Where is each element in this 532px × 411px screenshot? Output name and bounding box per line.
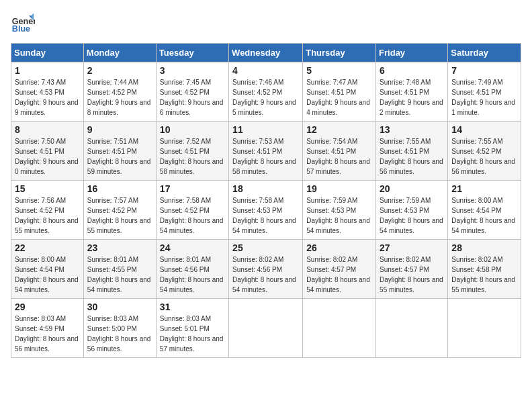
day-info: Sunrise: 7:43 AMSunset: 4:53 PMDaylight:… <box>15 77 80 118</box>
calendar-cell: 7 Sunrise: 7:49 AMSunset: 4:51 PMDayligh… <box>448 62 521 122</box>
calendar-cell <box>376 299 448 358</box>
logo-icon: General Blue <box>11 11 35 35</box>
calendar-cell: 27 Sunrise: 8:02 AMSunset: 4:57 PMDaylig… <box>376 240 448 299</box>
calendar-cell <box>229 299 303 358</box>
calendar-cell: 10 Sunrise: 7:52 AMSunset: 4:51 PMDaylig… <box>156 122 228 181</box>
day-number: 4 <box>232 65 299 76</box>
day-info: Sunrise: 8:00 AMSunset: 4:54 PMDaylight:… <box>15 255 80 295</box>
calendar-cell: 15 Sunrise: 7:56 AMSunset: 4:52 PMDaylig… <box>11 181 84 240</box>
day-number: 18 <box>232 183 299 194</box>
calendar-cell: 12 Sunrise: 7:54 AMSunset: 4:51 PMDaylig… <box>303 122 376 181</box>
day-number: 20 <box>380 183 444 194</box>
calendar-cell: 4 Sunrise: 7:46 AMSunset: 4:52 PMDayligh… <box>229 62 303 122</box>
day-number: 7 <box>451 65 517 76</box>
day-info: Sunrise: 8:00 AMSunset: 4:54 PMDaylight:… <box>451 195 517 236</box>
day-info: Sunrise: 7:54 AMSunset: 4:51 PMDaylight:… <box>306 136 372 177</box>
calendar-cell: 20 Sunrise: 7:59 AMSunset: 4:53 PMDaylig… <box>376 181 448 240</box>
calendar-cell: 6 Sunrise: 7:48 AMSunset: 4:51 PMDayligh… <box>376 62 448 122</box>
calendar-cell: 14 Sunrise: 7:55 AMSunset: 4:52 PMDaylig… <box>448 122 521 181</box>
calendar-cell: 30 Sunrise: 8:03 AMSunset: 5:00 PMDaylig… <box>83 299 156 358</box>
weekday-header-monday: Monday <box>83 44 156 62</box>
calendar-cell: 21 Sunrise: 8:00 AMSunset: 4:54 PMDaylig… <box>448 181 521 240</box>
day-number: 27 <box>380 242 444 253</box>
calendar-cell: 19 Sunrise: 7:59 AMSunset: 4:53 PMDaylig… <box>303 181 376 240</box>
calendar-cell <box>303 299 376 358</box>
calendar-cell: 5 Sunrise: 7:47 AMSunset: 4:51 PMDayligh… <box>303 62 376 122</box>
day-info: Sunrise: 7:55 AMSunset: 4:52 PMDaylight:… <box>451 136 517 177</box>
calendar-cell: 25 Sunrise: 8:02 AMSunset: 4:56 PMDaylig… <box>229 240 303 299</box>
calendar-week-row: 29 Sunrise: 8:03 AMSunset: 4:59 PMDaylig… <box>11 299 521 358</box>
weekday-header-wednesday: Wednesday <box>229 44 303 62</box>
day-info: Sunrise: 7:47 AMSunset: 4:51 PMDaylight:… <box>306 77 372 118</box>
day-info: Sunrise: 7:46 AMSunset: 4:52 PMDaylight:… <box>232 77 299 118</box>
day-number: 26 <box>306 242 372 253</box>
day-info: Sunrise: 7:50 AMSunset: 4:51 PMDaylight:… <box>15 136 80 177</box>
calendar-week-row: 8 Sunrise: 7:50 AMSunset: 4:51 PMDayligh… <box>11 122 521 181</box>
day-number: 31 <box>160 302 225 312</box>
calendar-cell: 2 Sunrise: 7:44 AMSunset: 4:52 PMDayligh… <box>83 62 156 122</box>
day-info: Sunrise: 8:01 AMSunset: 4:56 PMDaylight:… <box>160 255 225 295</box>
day-number: 2 <box>87 65 152 76</box>
day-number: 21 <box>451 183 517 194</box>
calendar-cell: 24 Sunrise: 8:01 AMSunset: 4:56 PMDaylig… <box>156 240 228 299</box>
logo: General Blue <box>11 11 39 35</box>
day-number: 6 <box>380 65 444 76</box>
calendar-cell: 1 Sunrise: 7:43 AMSunset: 4:53 PMDayligh… <box>11 62 84 122</box>
day-info: Sunrise: 7:58 AMSunset: 4:52 PMDaylight:… <box>160 195 225 236</box>
weekday-header-row: SundayMondayTuesdayWednesdayThursdayFrid… <box>11 44 521 62</box>
day-info: Sunrise: 7:57 AMSunset: 4:52 PMDaylight:… <box>87 195 152 236</box>
day-info: Sunrise: 8:02 AMSunset: 4:56 PMDaylight:… <box>232 255 299 295</box>
day-info: Sunrise: 7:52 AMSunset: 4:51 PMDaylight:… <box>160 136 225 177</box>
weekday-header-thursday: Thursday <box>303 44 376 62</box>
day-number: 13 <box>380 124 444 135</box>
day-info: Sunrise: 7:44 AMSunset: 4:52 PMDaylight:… <box>87 77 152 118</box>
day-number: 25 <box>232 242 299 253</box>
calendar-cell: 8 Sunrise: 7:50 AMSunset: 4:51 PMDayligh… <box>11 122 84 181</box>
day-info: Sunrise: 7:45 AMSunset: 4:52 PMDaylight:… <box>160 77 225 118</box>
weekday-header-saturday: Saturday <box>448 44 521 62</box>
day-number: 11 <box>232 124 299 135</box>
svg-text:Blue: Blue <box>12 24 30 34</box>
day-number: 5 <box>306 65 372 76</box>
calendar-table: SundayMondayTuesdayWednesdayThursdayFrid… <box>11 43 521 358</box>
day-info: Sunrise: 7:48 AMSunset: 4:51 PMDaylight:… <box>380 77 444 118</box>
day-info: Sunrise: 7:59 AMSunset: 4:53 PMDaylight:… <box>380 195 444 236</box>
calendar-cell: 11 Sunrise: 7:53 AMSunset: 4:51 PMDaylig… <box>229 122 303 181</box>
day-info: Sunrise: 7:59 AMSunset: 4:53 PMDaylight:… <box>306 195 372 236</box>
day-number: 23 <box>87 242 152 253</box>
page-header: General Blue <box>11 11 521 35</box>
day-info: Sunrise: 8:02 AMSunset: 4:57 PMDaylight:… <box>306 255 372 295</box>
day-info: Sunrise: 7:56 AMSunset: 4:52 PMDaylight:… <box>15 195 80 236</box>
calendar-week-row: 1 Sunrise: 7:43 AMSunset: 4:53 PMDayligh… <box>11 62 521 122</box>
weekday-header-friday: Friday <box>376 44 448 62</box>
day-info: Sunrise: 8:02 AMSunset: 4:58 PMDaylight:… <box>451 255 517 295</box>
day-number: 10 <box>160 124 225 135</box>
calendar-cell: 16 Sunrise: 7:57 AMSunset: 4:52 PMDaylig… <box>83 181 156 240</box>
calendar-cell: 13 Sunrise: 7:55 AMSunset: 4:51 PMDaylig… <box>376 122 448 181</box>
day-number: 8 <box>15 124 80 135</box>
day-info: Sunrise: 8:02 AMSunset: 4:57 PMDaylight:… <box>380 255 444 295</box>
day-info: Sunrise: 7:58 AMSunset: 4:53 PMDaylight:… <box>232 195 299 236</box>
day-number: 29 <box>15 302 80 312</box>
calendar-cell: 17 Sunrise: 7:58 AMSunset: 4:52 PMDaylig… <box>156 181 228 240</box>
day-number: 12 <box>306 124 372 135</box>
day-number: 14 <box>451 124 517 135</box>
calendar-cell: 28 Sunrise: 8:02 AMSunset: 4:58 PMDaylig… <box>448 240 521 299</box>
calendar-week-row: 22 Sunrise: 8:00 AMSunset: 4:54 PMDaylig… <box>11 240 521 299</box>
day-number: 1 <box>15 65 80 76</box>
calendar-cell: 3 Sunrise: 7:45 AMSunset: 4:52 PMDayligh… <box>156 62 228 122</box>
day-number: 16 <box>87 183 152 194</box>
day-info: Sunrise: 8:03 AMSunset: 5:00 PMDaylight:… <box>87 314 152 354</box>
day-info: Sunrise: 8:01 AMSunset: 4:55 PMDaylight:… <box>87 255 152 295</box>
day-info: Sunrise: 8:03 AMSunset: 5:01 PMDaylight:… <box>160 314 225 354</box>
day-info: Sunrise: 7:49 AMSunset: 4:51 PMDaylight:… <box>451 77 517 118</box>
day-number: 15 <box>15 183 80 194</box>
calendar-cell: 31 Sunrise: 8:03 AMSunset: 5:01 PMDaylig… <box>156 299 228 358</box>
day-number: 30 <box>87 302 152 312</box>
day-number: 24 <box>160 242 225 253</box>
day-info: Sunrise: 7:53 AMSunset: 4:51 PMDaylight:… <box>232 136 299 177</box>
day-info: Sunrise: 7:51 AMSunset: 4:51 PMDaylight:… <box>87 136 152 177</box>
calendar-cell: 23 Sunrise: 8:01 AMSunset: 4:55 PMDaylig… <box>83 240 156 299</box>
weekday-header-sunday: Sunday <box>11 44 84 62</box>
day-number: 28 <box>451 242 517 253</box>
